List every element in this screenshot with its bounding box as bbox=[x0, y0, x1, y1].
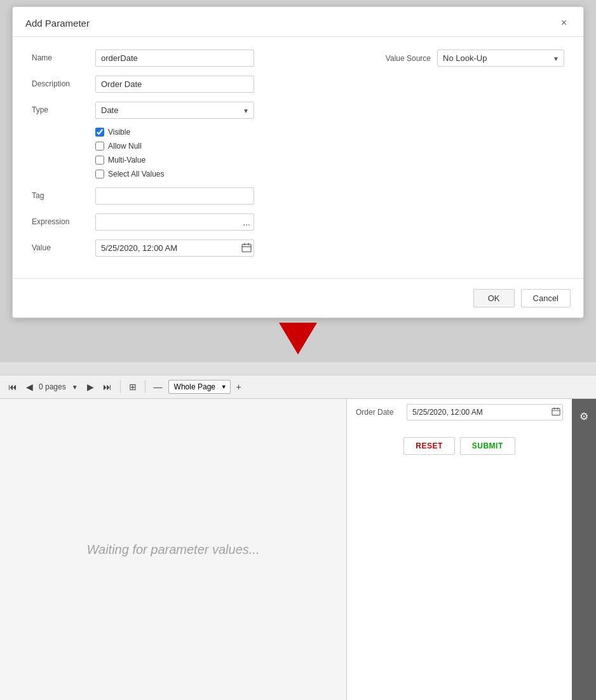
view-select-wrapper: Whole Page ▼ bbox=[168, 380, 231, 394]
value-label: Value bbox=[32, 239, 95, 252]
description-input[interactable] bbox=[95, 76, 254, 93]
select-all-checkbox-item[interactable]: Select All Values bbox=[95, 170, 165, 178]
expression-input[interactable] bbox=[95, 213, 254, 231]
value-source-select[interactable]: No Look-Up bbox=[437, 50, 564, 67]
multi-value-checkbox[interactable] bbox=[95, 156, 104, 165]
type-label: Type bbox=[32, 102, 95, 114]
visible-checkbox-item[interactable]: Visible bbox=[95, 128, 165, 137]
expression-wrapper: ... bbox=[95, 213, 254, 231]
select-all-checkbox-label: Select All Values bbox=[108, 170, 165, 178]
waiting-text: Waiting for parameter values... bbox=[87, 542, 260, 557]
visible-checkbox[interactable] bbox=[95, 128, 104, 137]
cancel-button[interactable]: Cancel bbox=[521, 289, 571, 307]
prev-page-button[interactable]: ◀ bbox=[23, 380, 36, 394]
preview-field-value-wrapper bbox=[407, 404, 563, 421]
toolbar-separator-2 bbox=[145, 380, 146, 393]
description-label: Description bbox=[32, 76, 95, 88]
modal-dialog: Add Parameter × Name Value Source No Loo… bbox=[12, 6, 584, 318]
preview-field-row: Order Date bbox=[356, 404, 563, 421]
submit-button[interactable]: SUBMIT bbox=[460, 437, 515, 455]
svg-rect-0 bbox=[242, 244, 251, 252]
modal-backdrop: Add Parameter × Name Value Source No Loo… bbox=[0, 0, 596, 362]
multi-value-checkbox-label: Multi-Value bbox=[108, 156, 146, 165]
modal-footer: OK Cancel bbox=[13, 278, 583, 318]
expression-dots-button[interactable]: ... bbox=[240, 216, 253, 229]
page-info: 0 pages ▼ bbox=[39, 382, 81, 393]
multi-value-checkbox-item[interactable]: Multi-Value bbox=[95, 156, 165, 165]
type-select[interactable]: Date String Integer Boolean bbox=[95, 102, 254, 119]
select-all-checkbox[interactable] bbox=[95, 170, 104, 178]
page-count: 0 pages bbox=[39, 382, 66, 391]
tag-label: Tag bbox=[32, 187, 95, 200]
down-arrow-icon bbox=[279, 323, 317, 354]
modal-close-button[interactable]: × bbox=[557, 16, 571, 30]
last-page-button[interactable]: ⏭ bbox=[100, 380, 115, 394]
name-input[interactable] bbox=[95, 50, 254, 67]
preview-order-date-label: Order Date bbox=[356, 408, 407, 417]
ok-button[interactable]: OK bbox=[473, 289, 515, 307]
allow-null-checkbox-item[interactable]: Allow Null bbox=[95, 142, 165, 151]
name-label: Name bbox=[32, 50, 95, 62]
view-toggle-button[interactable]: ⊞ bbox=[126, 380, 140, 394]
value-source-select-wrapper: No Look-Up ▼ bbox=[437, 50, 564, 67]
modal-header: Add Parameter × bbox=[13, 7, 583, 37]
visible-checkbox-label: Visible bbox=[108, 128, 130, 137]
modal-title: Add Parameter bbox=[25, 18, 90, 29]
svg-rect-4 bbox=[552, 408, 560, 415]
calendar-icon-button[interactable] bbox=[241, 242, 252, 254]
reset-button[interactable]: RESET bbox=[403, 437, 455, 455]
value-input[interactable] bbox=[95, 239, 254, 257]
type-select-wrapper: Date String Integer Boolean ▼ bbox=[95, 102, 254, 119]
preview-calendar-button[interactable] bbox=[552, 407, 560, 418]
modal-body: Name Value Source No Look-Up ▼ bbox=[13, 37, 583, 278]
preview-buttons: RESET SUBMIT bbox=[347, 437, 572, 455]
expression-label: Expression bbox=[32, 213, 95, 226]
preview-date-input[interactable] bbox=[407, 404, 563, 421]
allow-null-checkbox[interactable] bbox=[95, 142, 104, 151]
zoom-out-button[interactable]: — bbox=[151, 380, 166, 394]
zoom-in-button[interactable]: + bbox=[233, 380, 245, 394]
arrow-container bbox=[279, 323, 317, 354]
allow-null-checkbox-label: Allow Null bbox=[108, 142, 142, 151]
next-page-button[interactable]: ▶ bbox=[84, 380, 97, 394]
preview-form: Order Date bbox=[347, 395, 572, 437]
view-select[interactable]: Whole Page bbox=[168, 380, 231, 394]
toolbar: ⏮ ◀ 0 pages ▼ ▶ ⏭ ⊞ — Whole Page ▼ + bbox=[0, 375, 596, 399]
right-sidebar: ⚙ bbox=[572, 375, 596, 700]
first-page-button[interactable]: ⏮ bbox=[5, 380, 20, 394]
preview-panel: PREVIEW PARAMETERS Order Date RESET SUBM… bbox=[346, 375, 572, 700]
value-wrapper bbox=[95, 239, 254, 257]
pages-dropdown-button[interactable]: ▼ bbox=[69, 382, 81, 393]
main-content-area: Waiting for parameter values... bbox=[0, 399, 346, 700]
settings-icon[interactable]: ⚙ bbox=[576, 407, 592, 426]
checkboxes-container: Visible Allow Null Multi-Value Select Al… bbox=[95, 128, 165, 178]
toolbar-separator-1 bbox=[120, 380, 121, 393]
tag-input[interactable] bbox=[95, 187, 254, 205]
value-source-label: Value Source bbox=[386, 54, 431, 63]
